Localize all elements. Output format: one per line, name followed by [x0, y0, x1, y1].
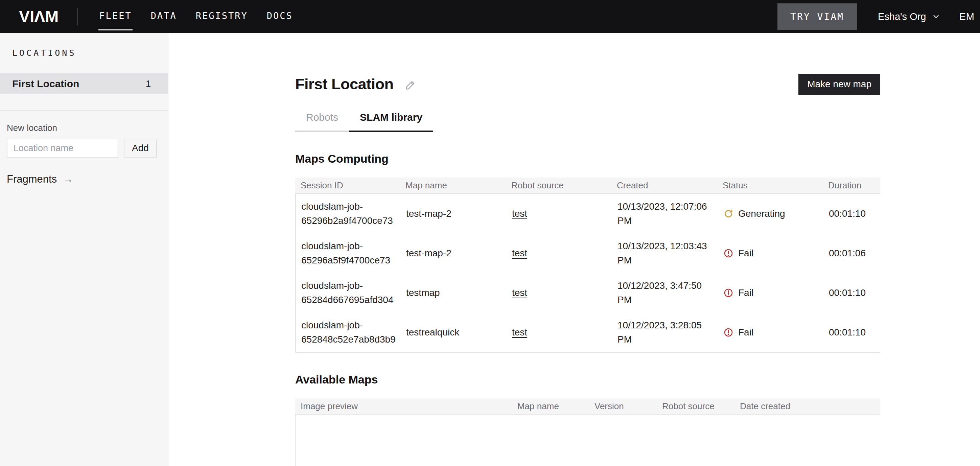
title-wrap: First Location [295, 75, 416, 93]
sidebar-item-first-location[interactable]: First Location 1 [0, 73, 168, 94]
maps-computing-table-header: Session ID Map name Robot source Created… [295, 178, 880, 194]
location-robot-count: 1 [146, 79, 151, 89]
created-cell: 10/13/2023, 12:07:06 PM [612, 199, 718, 227]
location-name-input[interactable] [7, 138, 118, 157]
sidebar: LOCATIONS First Location 1 New location … [0, 33, 169, 466]
fail-alert-icon [723, 328, 733, 337]
new-location-label: New location [7, 123, 161, 133]
column-header-version: Version [589, 401, 657, 412]
nav-link-fleet[interactable]: FLEET [99, 11, 132, 23]
fail-alert-icon [723, 248, 733, 258]
make-new-map-button[interactable]: Make new map [799, 74, 880, 95]
column-header-duration: Duration [823, 180, 880, 191]
column-header-robot-source: Robot source [506, 180, 611, 191]
map-name-cell: test-map-2 [401, 208, 507, 219]
user-menu[interactable]: EM [959, 11, 975, 22]
map-name-cell: testmap [401, 288, 507, 298]
robot-source-link[interactable]: test [512, 248, 527, 258]
created-cell: 10/12/2023, 3:28:05 PM [612, 318, 718, 346]
tab-robots[interactable]: Robots [295, 111, 349, 132]
nav-link-registry[interactable]: REGISTRY [196, 11, 248, 23]
top-nav: VIΛM FLEET DATA REGISTRY DOCS TRY VIAM E… [0, 0, 980, 33]
tabs: Robots SLAM library [295, 111, 880, 132]
nav-divider [78, 8, 78, 25]
nav-right: TRY VIAM Esha's Org EM [778, 3, 980, 30]
shell: LOCATIONS First Location 1 New location … [0, 33, 980, 466]
edit-location-icon[interactable] [404, 80, 416, 91]
available-maps-table-body [295, 415, 880, 466]
new-location-form-row: Add [7, 138, 161, 157]
robot-source-link[interactable]: test [512, 208, 527, 219]
duration-cell: 00:01:10 [823, 327, 881, 338]
available-maps-heading: Available Maps [295, 373, 880, 386]
page-title: First Location [295, 75, 394, 93]
generating-spinner-icon [723, 208, 733, 219]
duration-cell: 00:01:10 [823, 208, 881, 219]
created-cell: 10/12/2023, 3:47:50 PM [612, 279, 718, 307]
status-cell: Generating [718, 208, 823, 219]
status-label: Fail [738, 327, 753, 338]
map-name-cell: testrealquick [401, 327, 507, 338]
duration-cell: 00:01:06 [823, 248, 881, 259]
try-viam-button[interactable]: TRY VIAM [778, 3, 857, 30]
robot-source-link[interactable]: test [512, 327, 527, 337]
locations-heading: LOCATIONS [12, 48, 156, 58]
status-cell: Fail [718, 248, 823, 259]
map-name-cell: test-map-2 [401, 248, 507, 259]
main-content: First Location Make new map Robots SLAM … [169, 33, 980, 466]
column-header-date-created: Date created [735, 401, 880, 412]
table-row: cloudslam-job-65284d667695afd304 testmap… [296, 273, 880, 312]
created-cell: 10/13/2023, 12:03:43 PM [612, 239, 718, 267]
session-id-cell: cloudslam-job-652848c52e7ab8d3b9 [296, 318, 401, 346]
column-header-image-preview: Image preview [295, 401, 512, 412]
available-maps-table-header: Image preview Map name Version Robot sou… [295, 398, 880, 415]
column-header-map-name: Map name [512, 401, 589, 412]
status-cell: Fail [718, 288, 823, 298]
page: VIΛM FLEET DATA REGISTRY DOCS TRY VIAM E… [0, 0, 980, 466]
viam-logo[interactable]: VIΛM [19, 8, 59, 25]
tab-slam-library[interactable]: SLAM library [349, 111, 433, 132]
session-id-cell: cloudslam-job-65284d667695afd304 [296, 279, 401, 307]
new-location-form: New location Add [0, 111, 168, 157]
duration-cell: 00:01:10 [823, 288, 881, 298]
primary-nav: FLEET DATA REGISTRY DOCS [99, 11, 293, 23]
content: First Location Make new map Robots SLAM … [295, 74, 880, 466]
chevron-down-icon [932, 12, 940, 21]
arrow-right-icon: → [63, 173, 73, 185]
robot-source-link[interactable]: test [512, 288, 527, 298]
column-header-status: Status [717, 180, 823, 191]
page-head: First Location Make new map [295, 74, 880, 95]
status-label: Generating [738, 208, 785, 219]
maps-computing-heading: Maps Computing [295, 152, 880, 165]
org-switcher[interactable]: Esha's Org [878, 11, 940, 22]
location-name: First Location [12, 78, 79, 90]
fail-alert-icon [723, 288, 733, 298]
available-maps-table: Image preview Map name Version Robot sou… [295, 398, 880, 466]
session-id-cell: cloudslam-job-65296b2a9f4700ce73 [296, 199, 401, 227]
status-cell: Fail [718, 327, 823, 338]
table-row: cloudslam-job-652848c52e7ab8d3b9 testrea… [296, 312, 880, 352]
nav-link-docs[interactable]: DOCS [267, 11, 293, 23]
fragments-link[interactable]: Fragments → [7, 173, 161, 185]
table-row: cloudslam-job-65296b2a9f4700ce73 test-ma… [296, 194, 880, 233]
maps-computing-table: Session ID Map name Robot source Created… [295, 178, 880, 353]
table-row: cloudslam-job-65296a5f9f4700ce73 test-ma… [296, 233, 880, 273]
session-id-cell: cloudslam-job-65296a5f9f4700ce73 [296, 239, 401, 267]
maps-computing-table-body: cloudslam-job-65296b2a9f4700ce73 test-ma… [295, 194, 880, 353]
column-header-map-name: Map name [400, 180, 506, 191]
fragments-label: Fragments [7, 173, 57, 185]
nav-link-data[interactable]: DATA [151, 11, 177, 23]
add-location-button[interactable]: Add [124, 138, 157, 157]
column-header-robot-source: Robot source [657, 401, 735, 412]
column-header-session-id: Session ID [295, 180, 400, 191]
column-header-created: Created [611, 180, 717, 191]
status-label: Fail [738, 248, 753, 259]
org-name: Esha's Org [878, 11, 926, 22]
status-label: Fail [738, 288, 753, 298]
